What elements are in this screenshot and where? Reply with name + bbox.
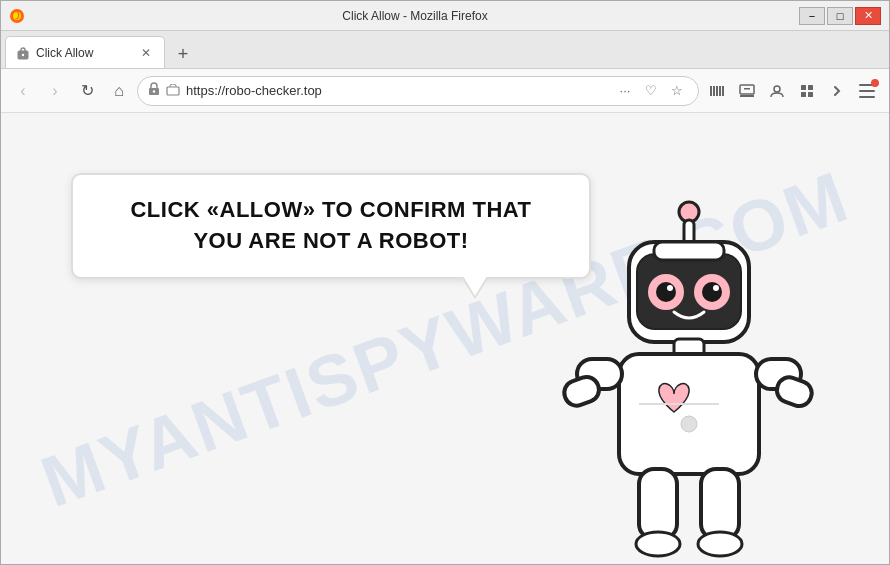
titlebar: Click Allow - Mozilla Firefox − □ ✕ [1,1,889,31]
pocket-icon[interactable]: ♡ [640,80,662,102]
browser-window: Click Allow - Mozilla Firefox − □ ✕ Clic… [0,0,890,565]
svg-point-42 [698,532,742,556]
svg-rect-13 [740,95,754,97]
robot-svg [549,184,829,564]
more-tools-button[interactable] [823,77,851,105]
tab-label: Click Allow [36,46,132,60]
window-title: Click Allow - Mozilla Firefox [31,9,799,23]
url-icons [166,84,180,98]
svg-rect-11 [722,86,724,96]
tab-close-button[interactable]: ✕ [138,45,154,61]
active-tab[interactable]: Click Allow ✕ [5,36,165,68]
svg-rect-18 [801,92,806,97]
home-button[interactable]: ⌂ [105,77,133,105]
page-content: MYANTISPYWARE.COM CLICK «ALLOW» TO CONFI… [1,113,889,564]
maximize-button[interactable]: □ [827,7,853,25]
close-button[interactable]: ✕ [855,7,881,25]
forward-button[interactable]: › [41,77,69,105]
bookmark-icon[interactable]: ☆ [666,80,688,102]
svg-point-29 [667,285,673,291]
tab-favicon [16,46,30,60]
window-controls: − □ ✕ [799,7,881,25]
svg-rect-22 [859,96,875,98]
svg-rect-38 [774,374,815,409]
svg-point-28 [656,282,676,302]
svg-rect-45 [654,242,724,260]
speech-bubble: CLICK «ALLOW» TO CONFIRM THAT YOU ARE NO… [71,173,591,279]
url-bar[interactable]: https://robo-checker.top ··· ♡ ☆ [137,76,699,106]
svg-rect-17 [808,85,813,90]
svg-rect-6 [167,87,179,95]
toolbar-right [703,77,881,105]
svg-rect-8 [713,86,715,96]
svg-point-44 [681,416,697,432]
extensions-button[interactable] [793,77,821,105]
toolbar: ‹ › ↻ ⌂ https://robo-checker.top ··· [1,69,889,113]
minimize-button[interactable]: − [799,7,825,25]
svg-rect-39 [639,469,677,539]
account-button[interactable] [763,77,791,105]
svg-rect-34 [619,354,759,474]
svg-point-32 [713,285,719,291]
message-area: CLICK «ALLOW» TO CONFIRM THAT YOU ARE NO… [71,173,591,279]
svg-point-5 [153,90,155,92]
svg-rect-7 [710,86,712,96]
svg-rect-36 [561,374,602,409]
robot-illustration [549,184,829,564]
svg-point-31 [702,282,722,302]
firefox-icon [9,8,25,24]
security-icon [148,82,160,99]
synced-tabs-button[interactable] [733,77,761,105]
url-text: https://robo-checker.top [186,83,608,98]
reload-button[interactable]: ↻ [73,77,101,105]
svg-rect-21 [859,90,875,92]
svg-rect-14 [744,88,750,90]
svg-rect-9 [716,86,718,96]
svg-point-15 [774,86,780,92]
svg-point-40 [636,532,680,556]
svg-rect-10 [719,86,721,96]
more-options-icon[interactable]: ··· [614,80,636,102]
new-tab-button[interactable]: + [169,40,197,68]
main-message: CLICK «ALLOW» TO CONFIRM THAT YOU ARE NO… [103,195,559,257]
library-button[interactable] [703,77,731,105]
svg-rect-41 [701,469,739,539]
tabbar: Click Allow ✕ + [1,31,889,69]
svg-point-3 [22,53,24,55]
svg-rect-16 [801,85,806,90]
url-bar-actions: ··· ♡ ☆ [614,80,688,102]
svg-rect-19 [808,92,813,97]
notification-badge [871,79,879,87]
menu-button[interactable] [853,77,881,105]
back-button[interactable]: ‹ [9,77,37,105]
